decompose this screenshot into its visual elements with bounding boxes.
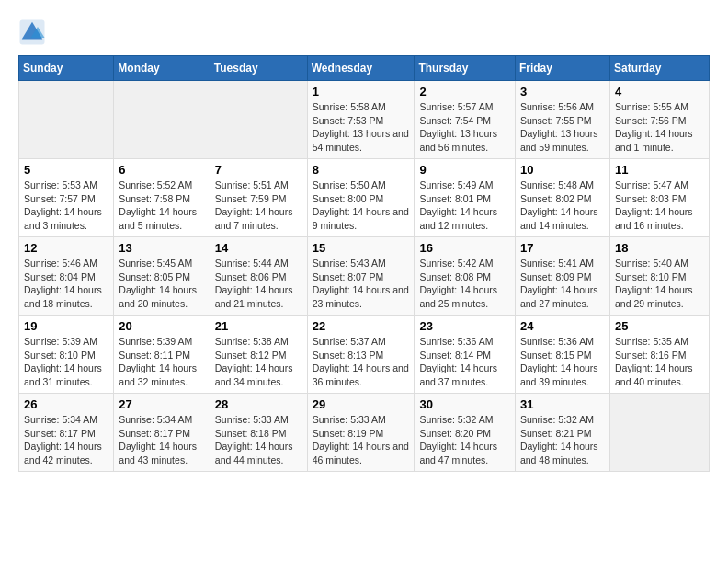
calendar-cell: 19Sunrise: 5:39 AMSunset: 8:10 PMDayligh… xyxy=(19,316,114,394)
calendar-cell: 25Sunrise: 5:35 AMSunset: 8:16 PMDayligh… xyxy=(609,316,709,394)
calendar-cell: 28Sunrise: 5:33 AMSunset: 8:18 PMDayligh… xyxy=(210,394,307,472)
calendar-cell: 6Sunrise: 5:52 AMSunset: 7:58 PMDaylight… xyxy=(114,159,210,237)
calendar-cell: 12Sunrise: 5:46 AMSunset: 8:04 PMDayligh… xyxy=(19,237,114,316)
day-header-saturday: Saturday xyxy=(609,56,709,81)
calendar-cell: 7Sunrise: 5:51 AMSunset: 7:59 PMDaylight… xyxy=(210,159,307,237)
day-info: Sunrise: 5:33 AMSunset: 8:19 PMDaylight:… xyxy=(313,413,410,467)
calendar-cell: 26Sunrise: 5:34 AMSunset: 8:17 PMDayligh… xyxy=(19,394,114,472)
calendar-cell: 18Sunrise: 5:40 AMSunset: 8:10 PMDayligh… xyxy=(609,237,709,316)
day-number: 28 xyxy=(215,397,302,411)
day-info: Sunrise: 5:42 AMSunset: 8:08 PMDaylight:… xyxy=(419,257,510,311)
day-info: Sunrise: 5:34 AMSunset: 8:17 PMDaylight:… xyxy=(24,413,108,467)
calendar-cell: 24Sunrise: 5:36 AMSunset: 8:15 PMDayligh… xyxy=(515,316,609,394)
day-number: 13 xyxy=(119,241,204,255)
day-number: 5 xyxy=(24,163,108,177)
day-number: 10 xyxy=(520,163,605,177)
day-info: Sunrise: 5:35 AMSunset: 8:16 PMDaylight:… xyxy=(615,335,704,389)
day-number: 4 xyxy=(615,85,704,98)
day-number: 15 xyxy=(313,241,410,255)
day-number: 6 xyxy=(119,163,204,177)
calendar-cell: 22Sunrise: 5:37 AMSunset: 8:13 PMDayligh… xyxy=(307,316,415,394)
calendar-table: SundayMondayTuesdayWednesdayThursdayFrid… xyxy=(18,55,710,472)
calendar-cell xyxy=(114,81,210,159)
day-header-friday: Friday xyxy=(515,56,609,81)
day-number: 29 xyxy=(313,397,410,411)
day-info: Sunrise: 5:34 AMSunset: 8:17 PMDaylight:… xyxy=(119,413,204,467)
calendar-cell: 21Sunrise: 5:38 AMSunset: 8:12 PMDayligh… xyxy=(210,316,307,394)
day-number: 17 xyxy=(520,241,605,255)
day-info: Sunrise: 5:46 AMSunset: 8:04 PMDaylight:… xyxy=(24,257,108,311)
day-number: 1 xyxy=(313,85,410,98)
calendar-cell: 3Sunrise: 5:56 AMSunset: 7:55 PMDaylight… xyxy=(515,81,609,159)
week-row-4: 19Sunrise: 5:39 AMSunset: 8:10 PMDayligh… xyxy=(19,316,710,394)
calendar-cell xyxy=(210,81,307,159)
calendar-cell: 20Sunrise: 5:39 AMSunset: 8:11 PMDayligh… xyxy=(114,316,210,394)
day-number: 19 xyxy=(24,319,108,333)
calendar-cell: 8Sunrise: 5:50 AMSunset: 8:00 PMDaylight… xyxy=(307,159,415,237)
page-header xyxy=(18,18,710,46)
calendar-cell: 27Sunrise: 5:34 AMSunset: 8:17 PMDayligh… xyxy=(114,394,210,472)
calendar-cell: 5Sunrise: 5:53 AMSunset: 7:57 PMDaylight… xyxy=(19,159,114,237)
day-number: 7 xyxy=(215,163,302,177)
day-number: 25 xyxy=(615,319,704,333)
calendar-cell: 4Sunrise: 5:55 AMSunset: 7:56 PMDaylight… xyxy=(609,81,709,159)
day-info: Sunrise: 5:40 AMSunset: 8:10 PMDaylight:… xyxy=(615,257,704,311)
day-info: Sunrise: 5:48 AMSunset: 8:02 PMDaylight:… xyxy=(520,178,605,233)
day-info: Sunrise: 5:36 AMSunset: 8:15 PMDaylight:… xyxy=(520,335,605,389)
day-number: 2 xyxy=(419,85,510,98)
calendar-cell: 11Sunrise: 5:47 AMSunset: 8:03 PMDayligh… xyxy=(609,159,709,237)
day-info: Sunrise: 5:53 AMSunset: 7:57 PMDaylight:… xyxy=(24,178,108,233)
calendar-cell: 17Sunrise: 5:41 AMSunset: 8:09 PMDayligh… xyxy=(515,237,609,316)
day-number: 26 xyxy=(24,397,108,411)
day-header-monday: Monday xyxy=(114,56,210,81)
day-number: 14 xyxy=(215,241,302,255)
day-number: 11 xyxy=(615,163,704,177)
calendar-cell xyxy=(19,81,114,159)
day-info: Sunrise: 5:38 AMSunset: 8:12 PMDaylight:… xyxy=(215,335,302,389)
calendar-cell: 13Sunrise: 5:45 AMSunset: 8:05 PMDayligh… xyxy=(114,237,210,316)
day-info: Sunrise: 5:36 AMSunset: 8:14 PMDaylight:… xyxy=(419,335,510,389)
day-info: Sunrise: 5:50 AMSunset: 8:00 PMDaylight:… xyxy=(313,178,410,233)
day-number: 12 xyxy=(24,241,108,255)
calendar-cell: 9Sunrise: 5:49 AMSunset: 8:01 PMDaylight… xyxy=(415,159,516,237)
day-info: Sunrise: 5:44 AMSunset: 8:06 PMDaylight:… xyxy=(215,257,302,311)
logo xyxy=(18,18,50,46)
day-number: 9 xyxy=(419,163,510,177)
day-info: Sunrise: 5:49 AMSunset: 8:01 PMDaylight:… xyxy=(419,178,510,233)
calendar-cell: 30Sunrise: 5:32 AMSunset: 8:20 PMDayligh… xyxy=(415,394,516,472)
day-number: 27 xyxy=(119,397,204,411)
day-info: Sunrise: 5:32 AMSunset: 8:20 PMDaylight:… xyxy=(419,413,510,467)
week-row-5: 26Sunrise: 5:34 AMSunset: 8:17 PMDayligh… xyxy=(19,394,710,472)
day-header-sunday: Sunday xyxy=(19,56,114,81)
calendar-cell: 23Sunrise: 5:36 AMSunset: 8:14 PMDayligh… xyxy=(415,316,516,394)
day-number: 18 xyxy=(615,241,704,255)
calendar-cell: 31Sunrise: 5:32 AMSunset: 8:21 PMDayligh… xyxy=(515,394,609,472)
day-number: 3 xyxy=(520,85,605,98)
day-number: 24 xyxy=(520,319,605,333)
day-number: 31 xyxy=(520,397,605,411)
calendar-cell: 10Sunrise: 5:48 AMSunset: 8:02 PMDayligh… xyxy=(515,159,609,237)
day-info: Sunrise: 5:47 AMSunset: 8:03 PMDaylight:… xyxy=(615,178,704,233)
day-info: Sunrise: 5:51 AMSunset: 7:59 PMDaylight:… xyxy=(215,178,302,233)
week-row-2: 5Sunrise: 5:53 AMSunset: 7:57 PMDaylight… xyxy=(19,159,710,237)
calendar-cell: 1Sunrise: 5:58 AMSunset: 7:53 PMDaylight… xyxy=(307,81,415,159)
calendar-cell xyxy=(609,394,709,472)
day-number: 23 xyxy=(419,319,510,333)
day-number: 8 xyxy=(313,163,410,177)
calendar-cell: 14Sunrise: 5:44 AMSunset: 8:06 PMDayligh… xyxy=(210,237,307,316)
calendar-cell: 16Sunrise: 5:42 AMSunset: 8:08 PMDayligh… xyxy=(415,237,516,316)
week-row-1: 1Sunrise: 5:58 AMSunset: 7:53 PMDaylight… xyxy=(19,81,710,159)
day-info: Sunrise: 5:56 AMSunset: 7:55 PMDaylight:… xyxy=(520,100,605,155)
calendar-cell: 15Sunrise: 5:43 AMSunset: 8:07 PMDayligh… xyxy=(307,237,415,316)
logo-icon xyxy=(18,18,46,46)
day-info: Sunrise: 5:45 AMSunset: 8:05 PMDaylight:… xyxy=(119,257,204,311)
day-header-thursday: Thursday xyxy=(415,56,516,81)
day-number: 20 xyxy=(119,319,204,333)
day-info: Sunrise: 5:33 AMSunset: 8:18 PMDaylight:… xyxy=(215,413,302,467)
day-info: Sunrise: 5:32 AMSunset: 8:21 PMDaylight:… xyxy=(520,413,605,467)
day-number: 30 xyxy=(419,397,510,411)
day-header-tuesday: Tuesday xyxy=(210,56,307,81)
day-number: 22 xyxy=(313,319,410,333)
day-info: Sunrise: 5:55 AMSunset: 7:56 PMDaylight:… xyxy=(615,100,704,155)
day-info: Sunrise: 5:58 AMSunset: 7:53 PMDaylight:… xyxy=(313,100,410,155)
